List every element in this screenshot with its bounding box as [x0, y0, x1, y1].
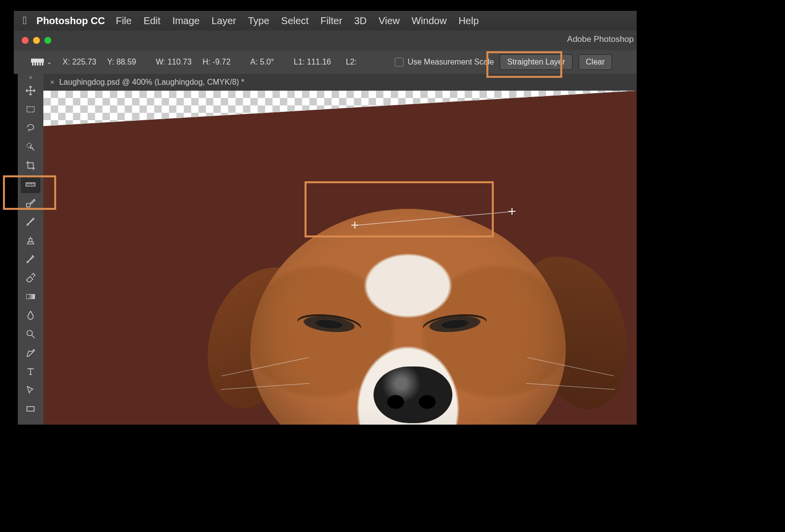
gradient-tool[interactable]: [21, 288, 40, 305]
path-selection-tool[interactable]: [21, 381, 40, 399]
ruler-icon: [31, 59, 44, 66]
use-measurement-scale-checkbox[interactable]: Use Measurement Scale: [395, 58, 494, 66]
readout-l1: L1: 111.16: [294, 58, 331, 66]
readout-x: X: 225.73: [63, 58, 97, 66]
checkbox-icon: [395, 58, 404, 66]
close-tab-icon[interactable]: ×: [50, 78, 54, 86]
svg-point-5: [27, 331, 33, 336]
menu-help[interactable]: Help: [458, 15, 478, 27]
svg-point-1: [27, 143, 32, 148]
menu-filter[interactable]: Filter: [320, 15, 342, 27]
menu-type[interactable]: Type: [248, 15, 269, 27]
image-content: [191, 189, 635, 425]
use-measurement-scale-label: Use Measurement Scale: [408, 58, 494, 66]
rectangle-tool[interactable]: [21, 400, 40, 418]
menu-3d[interactable]: 3D: [354, 15, 367, 27]
svg-rect-4: [27, 294, 35, 299]
brush-tool[interactable]: [21, 213, 40, 231]
move-tool[interactable]: [21, 82, 40, 100]
svg-rect-2: [26, 183, 35, 186]
readout-y: Y: 88.59: [107, 58, 137, 66]
svg-rect-0: [27, 107, 34, 112]
document-canvas[interactable]: [43, 91, 637, 425]
window-title: Adobe Photoshop: [567, 34, 634, 44]
eraser-tool[interactable]: [21, 269, 40, 287]
blur-tool[interactable]: [21, 306, 40, 324]
rectangular-marquee-tool[interactable]: [21, 100, 40, 118]
tools-panel: »: [18, 74, 43, 425]
menu-file[interactable]: File: [116, 15, 132, 27]
window-chrome: Adobe Photoshop: [14, 31, 637, 50]
menu-window[interactable]: Window: [411, 15, 446, 27]
straighten-layer-button[interactable]: Straighten Layer: [500, 54, 572, 70]
document-tab[interactable]: × Laughingdog.psd @ 400% (Laughingdog, C…: [43, 74, 637, 91]
traffic-lights: [22, 37, 51, 44]
lasso-tool[interactable]: [21, 119, 40, 137]
readout-l2: L2:: [346, 58, 357, 66]
app-frame:  Photoshop CC File Edit Image Layer Typ…: [14, 11, 637, 425]
ruler-tool[interactable]: [21, 175, 40, 193]
chevron-down-icon: ⌄: [47, 59, 52, 66]
dodge-tool[interactable]: [21, 325, 40, 343]
menu-edit[interactable]: Edit: [143, 15, 160, 27]
clone-stamp-tool[interactable]: [21, 232, 40, 249]
collapse-toolbar-icon[interactable]: »: [18, 74, 43, 81]
svg-rect-6: [27, 406, 34, 411]
type-tool[interactable]: [21, 363, 40, 380]
readout-h: H: -9.72: [203, 58, 231, 66]
zoom-window-button[interactable]: [44, 37, 51, 44]
spot-healing-brush-tool[interactable]: [21, 194, 40, 212]
minimize-window-button[interactable]: [33, 37, 40, 44]
mac-menubar:  Photoshop CC File Edit Image Layer Typ…: [14, 11, 637, 31]
app-name[interactable]: Photoshop CC: [36, 15, 105, 27]
history-brush-tool[interactable]: [21, 250, 40, 268]
menu-layer[interactable]: Layer: [211, 15, 236, 27]
document-tab-title: Laughingdog.psd @ 400% (Laughingdog, CMY…: [59, 78, 244, 87]
menu-image[interactable]: Image: [172, 15, 200, 27]
apple-menu-icon[interactable]: : [23, 14, 27, 27]
svg-rect-3: [27, 203, 30, 207]
options-bar: ⌄ X: 225.73 Y: 88.59 W: 110.73 H: -9.72 …: [14, 50, 637, 74]
menu-view[interactable]: View: [378, 15, 400, 27]
readout-a: A: 5.0°: [250, 58, 274, 66]
readout-w: W: 110.73: [156, 58, 192, 66]
clear-button[interactable]: Clear: [579, 54, 612, 70]
menu-select[interactable]: Select: [281, 15, 309, 27]
pen-tool[interactable]: [21, 344, 40, 362]
close-window-button[interactable]: [22, 37, 29, 44]
crop-tool[interactable]: [21, 157, 40, 174]
transparency-area: [43, 91, 637, 126]
quick-selection-tool[interactable]: [21, 138, 40, 156]
tool-preset-picker[interactable]: ⌄: [31, 59, 52, 66]
